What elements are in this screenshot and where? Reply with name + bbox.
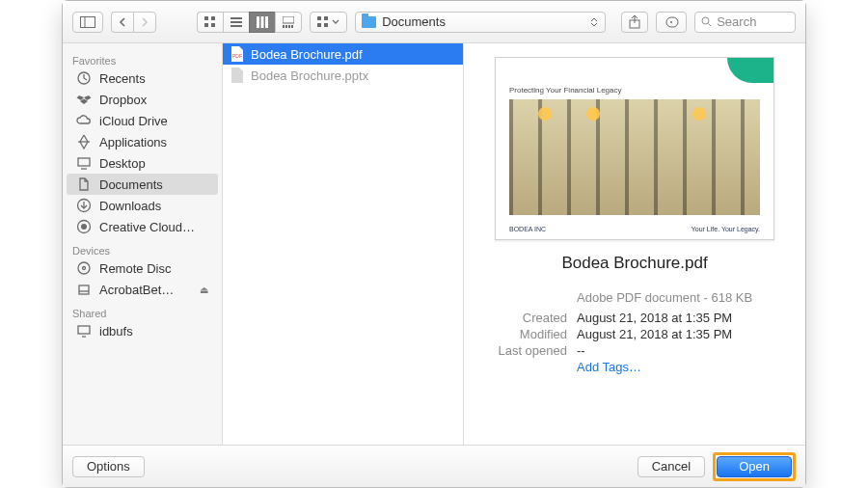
- dropbox-icon: [76, 92, 92, 107]
- file-name: Bodea Brochure.pptx: [251, 68, 368, 83]
- meta-created-label: Created: [485, 311, 567, 325]
- svg-rect-17: [317, 16, 321, 20]
- svg-rect-39: [79, 285, 89, 294]
- pptx-icon: [231, 68, 244, 83]
- sidebar-item-label: Documents: [99, 177, 163, 192]
- screen-icon: [76, 323, 92, 339]
- sidebar-item-label: idbufs: [99, 324, 133, 339]
- svg-rect-19: [317, 23, 321, 27]
- sidebar-toggle-button[interactable]: [72, 12, 103, 33]
- meta-lastopened-value: --: [577, 343, 784, 358]
- eject-icon[interactable]: ⏏: [200, 285, 208, 295]
- svg-rect-12: [283, 16, 294, 23]
- svg-rect-0: [81, 16, 95, 27]
- meta-kind: Adobe PDF document - 618 KB: [577, 290, 784, 305]
- folder-icon: [362, 16, 376, 28]
- svg-rect-11: [265, 16, 268, 28]
- sidebar[interactable]: FavoritesRecentsDropboxiCloud DriveAppli…: [63, 43, 223, 445]
- file-column[interactable]: PDFBodea Brochure.pdfBodea Brochure.pptx: [223, 43, 464, 445]
- meta-lastopened-label: Last opened: [485, 343, 567, 358]
- svg-rect-20: [324, 23, 328, 27]
- svg-rect-9: [257, 16, 259, 28]
- svg-rect-13: [283, 25, 285, 28]
- svg-rect-18: [324, 16, 328, 20]
- toolbar: Documents Search: [63, 1, 805, 43]
- sidebar-item-label: Applications: [99, 135, 167, 149]
- tags-button[interactable]: [656, 12, 687, 33]
- sidebar-item-desktop[interactable]: Desktop: [67, 152, 218, 174]
- cloud-icon: [76, 113, 92, 128]
- open-button[interactable]: Open: [717, 456, 792, 477]
- sidebar-item-acrobatbet[interactable]: AcrobatBet…⏏: [67, 279, 218, 300]
- desktop-icon: [76, 155, 92, 171]
- search-placeholder: Search: [717, 14, 756, 29]
- svg-point-24: [670, 21, 672, 23]
- add-tags-link[interactable]: Add Tags…: [577, 360, 784, 374]
- sidebar-item-label: Desktop: [99, 156, 146, 171]
- svg-rect-2: [204, 16, 208, 20]
- svg-line-26: [709, 24, 712, 27]
- sidebar-item-label: Creative Cloud…: [99, 220, 195, 234]
- view-gallery-button[interactable]: [275, 12, 302, 33]
- svg-rect-32: [78, 158, 90, 166]
- meta-modified-label: Modified: [485, 327, 567, 341]
- dialog-footer: Options Cancel Open: [63, 445, 805, 487]
- open-dialog: Documents Search FavoritesRecentsDropbox…: [62, 0, 806, 488]
- svg-point-25: [702, 17, 709, 24]
- meta-created-value: August 21, 2018 at 1:35 PM: [577, 311, 784, 325]
- file-name: Bodea Brochure.pdf: [251, 47, 363, 62]
- sidebar-item-label: AcrobatBet…: [99, 283, 174, 297]
- thumb-caption: Protecting Your Financial Legacy: [496, 83, 773, 95]
- sidebar-item-documents[interactable]: Documents: [67, 174, 218, 195]
- doc-icon: [76, 176, 92, 192]
- view-list-button[interactable]: [223, 12, 249, 33]
- sidebar-item-creative-cloud[interactable]: Creative Cloud…: [67, 216, 218, 237]
- svg-rect-3: [211, 16, 215, 20]
- svg-rect-10: [261, 16, 264, 28]
- arrange-dropdown[interactable]: [310, 12, 347, 33]
- sidebar-item-downloads[interactable]: Downloads: [67, 195, 218, 216]
- svg-rect-15: [288, 25, 290, 28]
- meta-modified-value: August 21, 2018 at 1:35 PM: [577, 327, 784, 341]
- location-dropdown[interactable]: Documents: [355, 12, 606, 33]
- sidebar-section-header: Devices: [63, 237, 222, 258]
- preview-metadata: Adobe PDF document - 618 KB Created Augu…: [485, 290, 784, 374]
- sidebar-item-recents[interactable]: Recents: [67, 68, 218, 89]
- disk-icon: [76, 282, 92, 297]
- sidebar-item-icloud-drive[interactable]: iCloud Drive: [67, 110, 218, 131]
- disc-icon: [76, 260, 92, 276]
- location-label: Documents: [382, 14, 446, 29]
- sidebar-item-remote-disc[interactable]: Remote Disc: [67, 258, 218, 279]
- view-columns-button[interactable]: [249, 12, 275, 33]
- tutorial-highlight: Open: [713, 452, 796, 481]
- forward-button[interactable]: [133, 12, 156, 33]
- view-icons-button[interactable]: [197, 12, 223, 33]
- sidebar-item-label: iCloud Drive: [99, 114, 168, 128]
- share-button[interactable]: [621, 12, 648, 33]
- thumb-brand: BODEA INC: [509, 226, 546, 232]
- options-button[interactable]: Options: [72, 456, 145, 477]
- search-input[interactable]: Search: [694, 12, 796, 33]
- sidebar-item-applications[interactable]: Applications: [67, 131, 218, 152]
- sidebar-item-idbufs[interactable]: idbufs: [67, 320, 218, 341]
- body: FavoritesRecentsDropboxiCloud DriveAppli…: [63, 43, 805, 445]
- cancel-button[interactable]: Cancel: [637, 456, 705, 477]
- sidebar-item-label: Dropbox: [99, 93, 147, 107]
- svg-text:PDF: PDF: [232, 53, 242, 59]
- view-mode-group: [197, 12, 302, 33]
- svg-rect-41: [78, 326, 90, 334]
- sidebar-item-dropbox[interactable]: Dropbox: [67, 89, 218, 110]
- chevron-updown-icon: [589, 17, 599, 27]
- svg-rect-5: [211, 23, 215, 27]
- preview-pane: Protecting Your Financial Legacy BODEA I…: [464, 43, 805, 445]
- file-row[interactable]: PDFBodea Brochure.pdf: [223, 43, 463, 65]
- svg-point-38: [83, 267, 86, 270]
- pdf-icon: PDF: [231, 46, 244, 62]
- sidebar-item-label: Recents: [99, 71, 146, 86]
- download-icon: [76, 198, 92, 213]
- preview-thumbnail: Protecting Your Financial Legacy BODEA I…: [495, 57, 774, 240]
- back-button[interactable]: [111, 12, 133, 33]
- svg-rect-4: [204, 23, 208, 27]
- apps-icon: [76, 134, 92, 149]
- file-row: Bodea Brochure.pptx: [223, 65, 463, 86]
